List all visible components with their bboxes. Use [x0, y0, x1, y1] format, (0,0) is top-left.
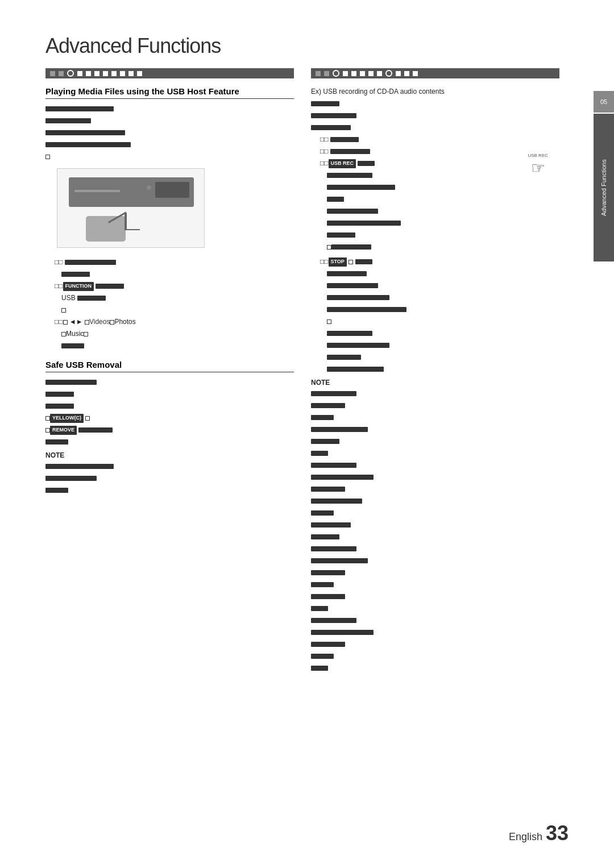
stop-sub-4	[327, 304, 559, 314]
safe-line-1	[45, 377, 294, 387]
rnote-13	[311, 531, 559, 542]
note-line-3	[45, 485, 294, 495]
redacted-bar	[327, 331, 372, 336]
usb-line: USB	[61, 293, 294, 303]
intro-line-3	[45, 127, 294, 138]
stop-sub-8	[327, 352, 559, 362]
device-button	[147, 185, 151, 190]
circle-icon-r	[333, 70, 339, 77]
redacted-bar	[311, 499, 362, 504]
usb-rec-sub-5	[327, 218, 559, 228]
checkbox-icon	[45, 416, 50, 421]
rnote-17	[311, 579, 559, 589]
redacted-bar	[355, 259, 372, 264]
stop-sub-2	[327, 280, 559, 290]
redacted-bar	[96, 284, 124, 289]
sq-icon-r1	[316, 71, 321, 76]
checkbox-icon	[45, 428, 50, 433]
redacted-bar	[330, 137, 359, 142]
chapter-number: 05	[594, 91, 614, 113]
sq-icon-2	[59, 71, 64, 76]
sq-icon-3	[77, 71, 82, 76]
checkbox-icon	[84, 332, 88, 337]
redacted-bar	[311, 427, 368, 432]
right-intro-2	[311, 110, 559, 121]
rnote-8	[311, 472, 559, 482]
redacted-bar	[311, 113, 356, 118]
stop-sub-9	[327, 364, 559, 374]
redacted-bar	[327, 283, 378, 288]
section2-heading-text: Safe USB Removal	[45, 360, 122, 369]
rnote-10	[311, 496, 559, 506]
redacted-bar	[327, 209, 378, 214]
sq-icon-r4	[351, 71, 356, 76]
right-column: Ex) USB recording of CD-DA audio content…	[311, 68, 559, 675]
redacted-bar	[311, 391, 356, 396]
rnote-23	[311, 651, 559, 661]
right-step2: □□	[320, 146, 559, 156]
hand-press-icon: ☞	[531, 160, 545, 176]
rnote-1	[311, 388, 559, 398]
rnote-19	[311, 603, 559, 613]
music-line: Music	[61, 329, 294, 339]
redacted-bar	[311, 522, 351, 528]
music-sub-line	[61, 340, 294, 351]
left-note: NOTE	[45, 451, 294, 495]
redacted-bar	[330, 149, 370, 154]
redacted-bar	[61, 272, 90, 277]
sq-icon-5	[94, 71, 99, 76]
note-line-2	[45, 473, 294, 483]
safe-line-2	[45, 389, 294, 399]
redacted-bar	[311, 654, 334, 659]
remove-line: REMOVE	[45, 425, 294, 435]
rnote-7	[311, 460, 559, 470]
rnote-11	[311, 508, 559, 518]
stop-sub-7	[327, 340, 559, 350]
redacted-bar	[311, 546, 356, 551]
redacted-bar	[78, 427, 113, 433]
note-line-1	[45, 461, 294, 471]
rnote-5	[311, 436, 559, 446]
sq-icon-10	[137, 71, 142, 76]
redacted-bar	[327, 232, 355, 238]
function-line: □□FUNCTION	[55, 281, 294, 291]
rnote-2	[311, 400, 559, 410]
checkbox-icon	[85, 416, 90, 421]
redacted-bar	[311, 570, 345, 575]
rnote-9	[311, 484, 559, 494]
sq-icon-9	[128, 71, 134, 76]
redacted-bar	[311, 558, 368, 563]
redacted-bar	[311, 415, 334, 420]
redacted-bar	[311, 475, 374, 480]
redacted-bar	[311, 630, 374, 635]
left-column: Playing Media Files using the USB Host F…	[45, 68, 294, 675]
redacted-bar	[45, 464, 114, 469]
stop-sub-1	[327, 268, 559, 279]
redacted-bar	[45, 392, 74, 397]
checkbox-icon	[85, 320, 89, 325]
usb-rec-button-area: USB REC ☞	[528, 152, 548, 176]
right-note: NOTE	[311, 379, 559, 673]
redacted-bar	[45, 380, 97, 385]
redacted-bar	[311, 403, 345, 408]
checkbox-icon	[327, 319, 331, 324]
redacted-bar	[327, 307, 406, 312]
rnote-14	[311, 543, 559, 554]
redacted-bar	[311, 582, 334, 587]
sq-icon-4	[86, 71, 91, 76]
rnote-16	[311, 567, 559, 578]
ex-line: Ex) USB recording of CD-DA audio content…	[311, 86, 559, 97]
footer-lang: English	[509, 831, 542, 843]
sq-icon-r10	[413, 71, 418, 76]
circle-icon	[67, 70, 74, 77]
device-image	[57, 168, 205, 248]
redacted-bar	[45, 404, 74, 409]
usb-device	[86, 216, 126, 242]
redacted-bar	[45, 476, 97, 481]
redacted-bar	[311, 666, 328, 671]
redacted-bar	[45, 106, 114, 111]
rnote-12	[311, 520, 559, 530]
checkbox-icon	[61, 308, 66, 313]
redacted-bar	[327, 221, 401, 226]
rnote-21	[311, 627, 559, 637]
